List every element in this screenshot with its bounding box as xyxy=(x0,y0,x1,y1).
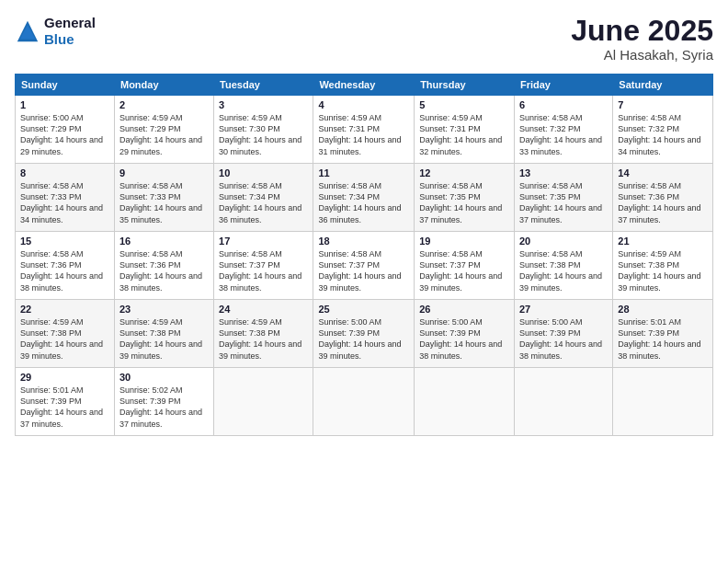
day-number: 6 xyxy=(519,99,608,110)
header-friday: Friday xyxy=(514,75,612,96)
day-cell: 25 Sunrise: 5:00 AM Sunset: 7:39 PM Dayl… xyxy=(313,300,415,368)
day-number: 2 xyxy=(119,99,209,110)
header-thursday: Thursday xyxy=(415,75,515,96)
day-cell: 6 Sunrise: 4:58 AM Sunset: 7:32 PM Dayli… xyxy=(514,96,612,164)
day-number: 20 xyxy=(519,236,608,247)
day-number: 30 xyxy=(119,372,209,383)
day-info: Sunrise: 4:59 AM Sunset: 7:30 PM Dayligh… xyxy=(219,112,308,157)
day-info: Sunrise: 4:59 AM Sunset: 7:31 PM Dayligh… xyxy=(419,112,509,157)
day-number: 13 xyxy=(519,167,608,178)
day-info: Sunrise: 4:58 AM Sunset: 7:37 PM Dayligh… xyxy=(219,248,308,293)
day-number: 4 xyxy=(318,99,409,110)
day-cell: 19 Sunrise: 4:58 AM Sunset: 7:37 PM Dayl… xyxy=(415,232,515,300)
day-number: 17 xyxy=(219,236,308,247)
day-cell: 9 Sunrise: 4:58 AM Sunset: 7:33 PM Dayli… xyxy=(114,164,213,232)
header-row: SundayMondayTuesdayWednesdayThursdayFrid… xyxy=(16,75,713,96)
day-number: 18 xyxy=(318,236,409,247)
day-info: Sunrise: 5:00 AM Sunset: 7:39 PM Dayligh… xyxy=(519,316,608,362)
day-cell: 3 Sunrise: 4:59 AM Sunset: 7:30 PM Dayli… xyxy=(214,96,313,164)
day-info: Sunrise: 4:58 AM Sunset: 7:36 PM Dayligh… xyxy=(20,248,109,293)
day-info: Sunrise: 4:58 AM Sunset: 7:33 PM Dayligh… xyxy=(119,180,209,225)
day-info: Sunrise: 4:59 AM Sunset: 7:31 PM Dayligh… xyxy=(318,112,409,157)
day-number: 21 xyxy=(618,236,708,247)
day-cell: 22 Sunrise: 4:59 AM Sunset: 7:38 PM Dayl… xyxy=(16,300,115,368)
day-info: Sunrise: 4:58 AM Sunset: 7:35 PM Dayligh… xyxy=(419,180,509,225)
day-cell: 8 Sunrise: 4:58 AM Sunset: 7:33 PM Dayli… xyxy=(16,164,115,232)
week-row-3: 15 Sunrise: 4:58 AM Sunset: 7:36 PM Dayl… xyxy=(16,232,713,300)
day-cell: 2 Sunrise: 4:59 AM Sunset: 7:29 PM Dayli… xyxy=(114,96,213,164)
day-number: 8 xyxy=(20,167,109,178)
day-info: Sunrise: 4:58 AM Sunset: 7:34 PM Dayligh… xyxy=(219,180,308,225)
day-number: 22 xyxy=(20,304,109,315)
day-number: 28 xyxy=(618,304,708,315)
day-number: 29 xyxy=(20,372,109,383)
day-cell xyxy=(613,368,713,436)
day-info: Sunrise: 4:58 AM Sunset: 7:38 PM Dayligh… xyxy=(519,248,608,293)
location: Al Hasakah, Syria xyxy=(571,47,713,63)
header-wednesday: Wednesday xyxy=(313,75,415,96)
day-cell: 18 Sunrise: 4:58 AM Sunset: 7:37 PM Dayl… xyxy=(313,232,415,300)
week-row-5: 29 Sunrise: 5:01 AM Sunset: 7:39 PM Dayl… xyxy=(16,368,713,436)
day-info: Sunrise: 5:02 AM Sunset: 7:39 PM Dayligh… xyxy=(119,385,209,430)
day-cell xyxy=(415,368,515,436)
day-number: 26 xyxy=(419,304,509,315)
day-info: Sunrise: 4:58 AM Sunset: 7:37 PM Dayligh… xyxy=(318,248,409,293)
day-cell: 11 Sunrise: 4:58 AM Sunset: 7:34 PM Dayl… xyxy=(313,164,415,232)
day-info: Sunrise: 4:59 AM Sunset: 7:38 PM Dayligh… xyxy=(20,316,109,362)
day-cell: 12 Sunrise: 4:58 AM Sunset: 7:35 PM Dayl… xyxy=(415,164,515,232)
header-saturday: Saturday xyxy=(613,75,713,96)
day-info: Sunrise: 4:59 AM Sunset: 7:38 PM Dayligh… xyxy=(119,316,209,362)
day-cell: 17 Sunrise: 4:58 AM Sunset: 7:37 PM Dayl… xyxy=(214,232,313,300)
day-info: Sunrise: 4:59 AM Sunset: 7:29 PM Dayligh… xyxy=(119,112,209,157)
header-monday: Monday xyxy=(114,75,213,96)
day-cell: 29 Sunrise: 5:01 AM Sunset: 7:39 PM Dayl… xyxy=(16,368,115,436)
day-info: Sunrise: 4:58 AM Sunset: 7:35 PM Dayligh… xyxy=(519,180,608,225)
day-cell: 23 Sunrise: 4:59 AM Sunset: 7:38 PM Dayl… xyxy=(114,300,213,368)
page: General Blue June 2025 Al Hasakah, Syria… xyxy=(0,0,728,563)
day-cell: 4 Sunrise: 4:59 AM Sunset: 7:31 PM Dayli… xyxy=(313,96,415,164)
day-info: Sunrise: 4:58 AM Sunset: 7:32 PM Dayligh… xyxy=(618,112,708,157)
day-cell: 1 Sunrise: 5:00 AM Sunset: 7:29 PM Dayli… xyxy=(16,96,115,164)
week-row-2: 8 Sunrise: 4:58 AM Sunset: 7:33 PM Dayli… xyxy=(16,164,713,232)
day-number: 12 xyxy=(419,167,509,178)
day-cell: 21 Sunrise: 4:59 AM Sunset: 7:38 PM Dayl… xyxy=(613,232,713,300)
day-cell: 24 Sunrise: 4:59 AM Sunset: 7:38 PM Dayl… xyxy=(214,300,313,368)
calendar-table: SundayMondayTuesdayWednesdayThursdayFrid… xyxy=(15,74,713,436)
title-block: June 2025 Al Hasakah, Syria xyxy=(571,15,713,63)
day-info: Sunrise: 4:58 AM Sunset: 7:32 PM Dayligh… xyxy=(519,112,608,157)
day-number: 15 xyxy=(20,236,109,247)
logo-icon xyxy=(15,18,40,44)
day-cell xyxy=(514,368,612,436)
header-sunday: Sunday xyxy=(16,75,115,96)
day-number: 3 xyxy=(219,99,308,110)
header-tuesday: Tuesday xyxy=(214,75,313,96)
day-number: 23 xyxy=(119,304,209,315)
month-title: June 2025 xyxy=(571,15,713,47)
day-cell: 30 Sunrise: 5:02 AM Sunset: 7:39 PM Dayl… xyxy=(114,368,213,436)
day-cell: 26 Sunrise: 5:00 AM Sunset: 7:39 PM Dayl… xyxy=(415,300,515,368)
day-number: 24 xyxy=(219,304,308,315)
day-cell: 5 Sunrise: 4:59 AM Sunset: 7:31 PM Dayli… xyxy=(415,96,515,164)
day-cell: 14 Sunrise: 4:58 AM Sunset: 7:36 PM Dayl… xyxy=(613,164,713,232)
day-cell xyxy=(313,368,415,436)
day-info: Sunrise: 4:59 AM Sunset: 7:38 PM Dayligh… xyxy=(618,248,708,293)
day-number: 19 xyxy=(419,236,509,247)
week-row-4: 22 Sunrise: 4:59 AM Sunset: 7:38 PM Dayl… xyxy=(16,300,713,368)
header: General Blue June 2025 Al Hasakah, Syria xyxy=(15,15,713,63)
day-cell: 16 Sunrise: 4:58 AM Sunset: 7:36 PM Dayl… xyxy=(114,232,213,300)
day-cell: 28 Sunrise: 5:01 AM Sunset: 7:39 PM Dayl… xyxy=(613,300,713,368)
day-info: Sunrise: 4:58 AM Sunset: 7:36 PM Dayligh… xyxy=(618,180,708,225)
day-number: 27 xyxy=(519,304,608,315)
day-cell xyxy=(214,368,313,436)
day-number: 16 xyxy=(119,236,209,247)
day-number: 5 xyxy=(419,99,509,110)
day-cell: 10 Sunrise: 4:58 AM Sunset: 7:34 PM Dayl… xyxy=(214,164,313,232)
day-number: 11 xyxy=(318,167,409,178)
day-info: Sunrise: 4:58 AM Sunset: 7:36 PM Dayligh… xyxy=(119,248,209,293)
day-info: Sunrise: 5:00 AM Sunset: 7:39 PM Dayligh… xyxy=(419,316,509,362)
logo-text: General Blue xyxy=(44,15,96,48)
day-info: Sunrise: 4:58 AM Sunset: 7:34 PM Dayligh… xyxy=(318,180,409,225)
day-info: Sunrise: 5:01 AM Sunset: 7:39 PM Dayligh… xyxy=(20,385,109,430)
day-cell: 7 Sunrise: 4:58 AM Sunset: 7:32 PM Dayli… xyxy=(613,96,713,164)
day-info: Sunrise: 4:58 AM Sunset: 7:33 PM Dayligh… xyxy=(20,180,109,225)
